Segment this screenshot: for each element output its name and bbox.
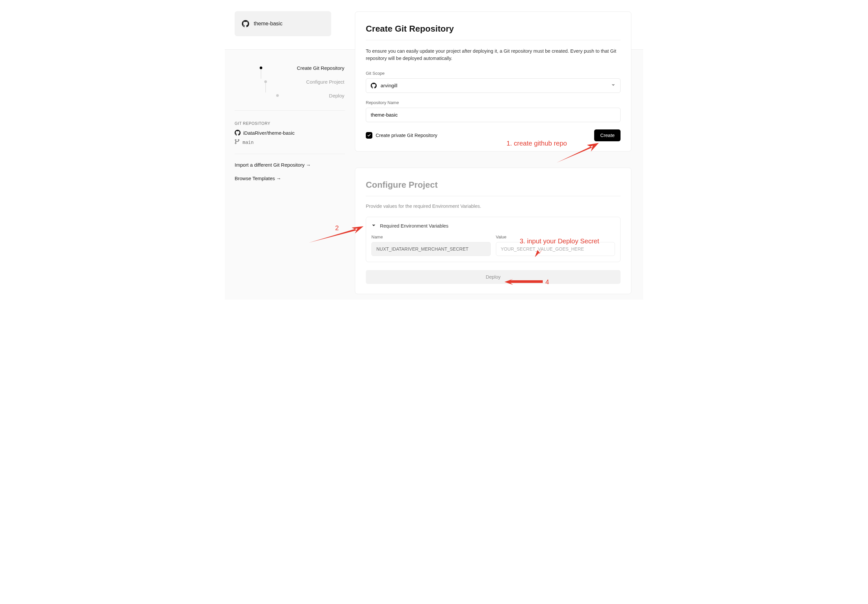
env-value-input[interactable] (496, 242, 615, 256)
github-icon (235, 130, 240, 136)
sidebar: Create Git Repository Configure Project … (225, 50, 355, 300)
arrow-right-icon: → (276, 176, 281, 181)
env-vars-toggle[interactable]: Required Environment Variables (371, 223, 615, 229)
create-git-repo-card: Create Git Repository To ensure you can … (355, 12, 631, 151)
step-dot-icon (276, 94, 279, 97)
git-scope-value: arvingill (381, 83, 607, 88)
step-dot-icon (264, 80, 267, 83)
deploy-button[interactable]: Deploy (366, 270, 620, 284)
env-name-field: NUXT_IDATARIVER_MERCHANT_SECRET (371, 242, 491, 256)
git-scope-select[interactable]: arvingill (366, 79, 620, 93)
project-chip: theme-basic (235, 11, 331, 36)
create-button[interactable]: Create (594, 130, 620, 141)
card-title: Create Git Repository (366, 24, 620, 34)
card-description: Provide values for the required Environm… (366, 204, 620, 209)
repo-name-label: Repository Name (366, 100, 620, 105)
branch-icon (235, 139, 240, 145)
branch-name: main (235, 139, 345, 145)
step-dot-icon (260, 66, 262, 69)
step-list: Create Git Repository Configure Project … (235, 60, 345, 111)
project-name: theme-basic (254, 21, 282, 27)
git-repository-heading: GIT REPOSITORY (235, 121, 345, 126)
private-repo-checkbox[interactable]: Create private Git Repository (366, 132, 437, 139)
arrow-right-icon: → (306, 162, 311, 168)
main-content: Create Git Repository To ensure you can … (355, 50, 643, 300)
step-configure-project[interactable]: Configure Project (235, 75, 345, 89)
env-value-label: Value (496, 235, 615, 239)
git-scope-label: Git Scope (366, 71, 620, 76)
step-deploy[interactable]: Deploy (235, 89, 345, 102)
import-repo-link[interactable]: Import a different Git Repository→ (235, 162, 345, 168)
checkbox-checked-icon (366, 132, 372, 139)
configure-project-card: Configure Project Provide values for the… (355, 168, 631, 294)
step-create-repo[interactable]: Create Git Repository (235, 61, 345, 75)
card-title: Configure Project (366, 180, 620, 190)
env-name-label: Name (371, 235, 491, 239)
repo-name-input[interactable] (366, 108, 620, 122)
github-icon (242, 20, 249, 27)
browse-templates-link[interactable]: Browse Templates→ (235, 176, 345, 181)
chevron-down-icon (611, 83, 615, 88)
private-repo-label: Create private Git Repository (376, 133, 437, 138)
env-vars-panel: Required Environment Variables Name NUXT… (366, 217, 620, 262)
repo-full-name[interactable]: iDataRiver/theme-basic (235, 130, 345, 136)
github-icon (371, 83, 377, 89)
chevron-down-icon (371, 223, 376, 229)
card-description: To ensure you can easily update your pro… (366, 48, 620, 62)
